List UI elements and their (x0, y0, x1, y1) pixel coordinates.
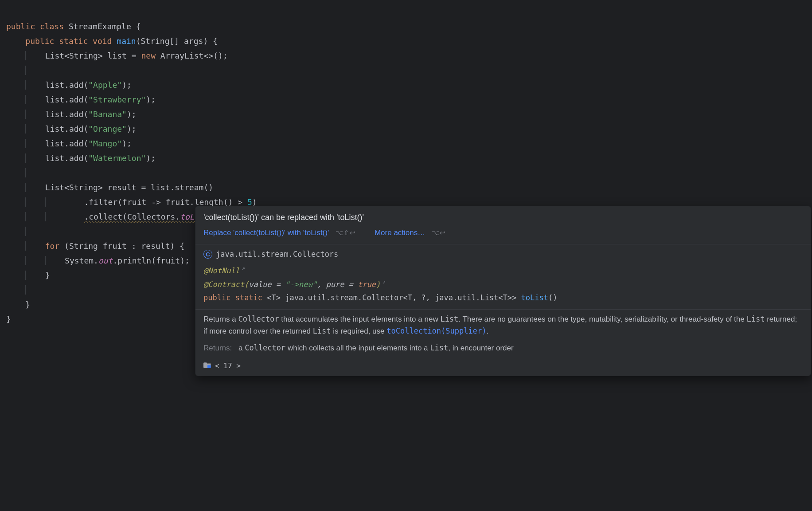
annotation-notnull[interactable]: @NotNull (203, 266, 240, 275)
string-literal: "Mango" (88, 139, 122, 148)
number-literal: 5 (247, 197, 252, 207)
quickfix-shortcut: ⌥⇧↩ (336, 229, 356, 236)
more-actions-shortcut: ⌥↩ (432, 229, 446, 236)
javadoc-description: Returns a Collector that accumulates the… (195, 310, 811, 342)
quick-doc-popup: 'collect(toList())' can be replaced with… (195, 206, 811, 376)
class-fqn: java.util.stream.Collectors (216, 249, 338, 260)
keyword-public: public (6, 22, 35, 31)
javadoc-returns: Returns: a Collector which collects all … (195, 342, 811, 358)
returns-label: Returns: (203, 344, 232, 352)
string-literal: "Apple" (88, 80, 122, 90)
jdk-version-indicator[interactable]: < 17 > (215, 361, 241, 371)
static-field-out: out (98, 256, 113, 265)
keyword-class: class (40, 22, 64, 31)
quickfix-link[interactable]: Replace 'collect(toList())' with 'toList… (203, 228, 329, 237)
string-literal: "Orange" (88, 124, 127, 134)
keyword-for: for (45, 241, 60, 251)
string-literal: "Strawberry" (88, 95, 146, 104)
string-literal: "Banana" (88, 110, 127, 119)
method-signature-name: toList (521, 293, 548, 302)
keyword-public: public (25, 36, 54, 46)
method-main: main (117, 36, 136, 46)
module-folder-icon (203, 361, 211, 371)
keyword-static: static (59, 36, 88, 46)
more-actions-link[interactable]: More actions… (375, 228, 425, 237)
svg-rect-0 (207, 366, 211, 368)
keyword-void: void (93, 36, 112, 46)
inspection-title: 'collect(toList())' can be replaced with… (195, 206, 811, 225)
keyword-new: new (141, 51, 156, 60)
doc-link-tocollection[interactable]: toCollection(Supplier) (386, 326, 486, 335)
class-name: StreamExample (69, 22, 131, 31)
annotation-contract[interactable]: @Contract (203, 280, 244, 289)
external-link-icon: ↗ (242, 265, 245, 271)
external-link-icon: ↗ (382, 279, 386, 285)
string-literal: "Watermelon" (88, 153, 146, 163)
class-icon: C (203, 250, 212, 259)
